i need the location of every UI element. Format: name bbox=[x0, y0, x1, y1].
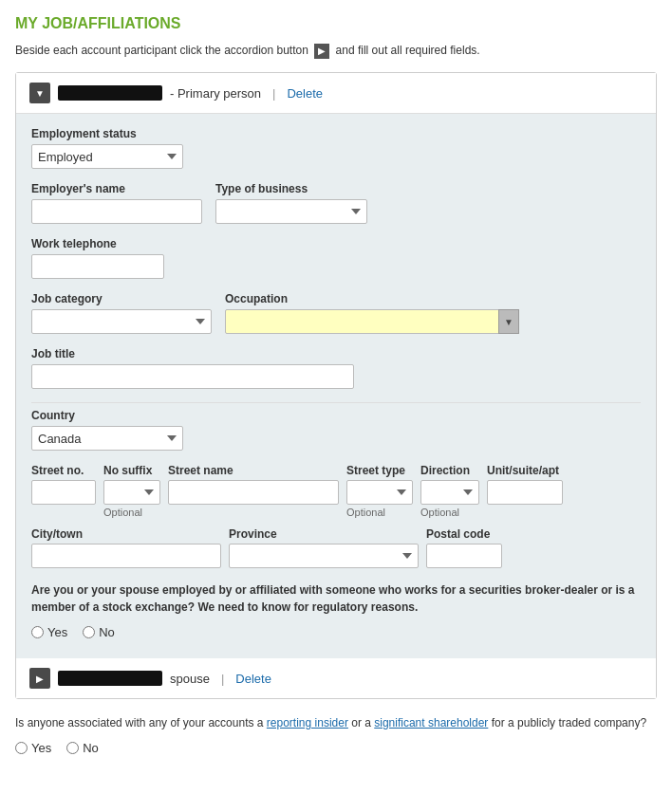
address-row-1: Street no. No suffix Optional Street nam… bbox=[31, 464, 641, 518]
street-no-col: Street no. bbox=[31, 464, 96, 505]
country-select[interactable]: Canada United States Other bbox=[31, 426, 183, 451]
bottom-question-text: Is anyone associated with any of your ac… bbox=[15, 714, 657, 731]
employer-name-label: Employer's name bbox=[31, 182, 202, 195]
employer-name-col: Employer's name bbox=[31, 182, 202, 224]
job-title-input[interactable] bbox=[31, 364, 354, 389]
unit-input[interactable] bbox=[487, 480, 563, 505]
page-title: MY JOB/AFFILIATIONS bbox=[15, 15, 657, 32]
instruction-text: Beside each account participant click th… bbox=[15, 42, 657, 59]
type-of-business-select[interactable] bbox=[215, 199, 367, 224]
no-suffix-select[interactable] bbox=[103, 480, 160, 505]
spouse-delete-link[interactable]: Delete bbox=[235, 672, 271, 686]
address-row-2: City/town Province Postal code bbox=[31, 527, 641, 568]
no-suffix-optional: Optional bbox=[103, 507, 160, 518]
work-telephone-group: Work telephone bbox=[31, 237, 641, 279]
employment-status-select[interactable]: Employed Self-employed Retired Student U… bbox=[31, 144, 183, 169]
street-type-label: Street type bbox=[346, 464, 413, 477]
postal-col: Postal code bbox=[426, 527, 502, 568]
no-suffix-col: No suffix Optional bbox=[103, 464, 160, 518]
province-label: Province bbox=[229, 527, 419, 541]
employment-status-group: Employment status Employed Self-employed… bbox=[31, 127, 641, 169]
spouse-header: ▶ spouse | Delete bbox=[16, 658, 656, 698]
province-col: Province bbox=[229, 527, 419, 568]
accordion-icon-example: ▶ bbox=[314, 44, 329, 59]
postal-input[interactable] bbox=[426, 544, 502, 568]
job-title-label: Job title bbox=[31, 347, 641, 360]
street-type-optional: Optional bbox=[346, 507, 413, 518]
work-telephone-input[interactable] bbox=[31, 254, 164, 279]
direction-col: Direction Optional bbox=[420, 464, 479, 518]
city-input[interactable] bbox=[31, 544, 221, 568]
spouse-pipe-divider: | bbox=[221, 672, 224, 686]
employer-name-input[interactable] bbox=[31, 199, 202, 224]
occupation-input[interactable] bbox=[225, 309, 519, 334]
direction-label: Direction bbox=[420, 464, 479, 477]
occupation-label: Occupation bbox=[225, 292, 519, 305]
primary-person-header: ▼ - Primary person | Delete bbox=[16, 73, 656, 114]
type-of-business-col: Type of business bbox=[215, 182, 367, 224]
primary-toggle-button[interactable]: ▼ bbox=[29, 83, 50, 103]
job-category-occupation-row: Job category Occupation ▼ bbox=[31, 292, 641, 334]
unit-label: Unit/suite/apt bbox=[487, 464, 563, 477]
bottom-no-radio[interactable] bbox=[66, 742, 79, 754]
bottom-radio-group: Yes No bbox=[15, 741, 657, 755]
type-of-business-label: Type of business bbox=[215, 182, 367, 195]
street-name-label: Street name bbox=[168, 464, 339, 477]
spouse-name-redacted bbox=[58, 671, 162, 686]
street-no-input[interactable] bbox=[31, 480, 96, 505]
regulatory-no-option[interactable]: No bbox=[83, 625, 115, 639]
primary-delete-link[interactable]: Delete bbox=[287, 86, 323, 101]
primary-person-name-redacted bbox=[58, 85, 162, 101]
unit-col: Unit/suite/apt bbox=[487, 464, 563, 505]
work-telephone-label: Work telephone bbox=[31, 237, 641, 250]
bottom-yes-option[interactable]: Yes bbox=[15, 741, 51, 755]
direction-select[interactable] bbox=[420, 480, 479, 505]
direction-optional: Optional bbox=[420, 507, 479, 518]
street-name-col: Street name bbox=[168, 464, 339, 505]
street-no-label: Street no. bbox=[31, 464, 96, 477]
employment-status-label: Employment status bbox=[31, 127, 641, 140]
bottom-no-option[interactable]: No bbox=[66, 741, 99, 755]
section-divider-1 bbox=[31, 402, 641, 403]
city-col: City/town bbox=[31, 527, 221, 568]
primary-person-label: - Primary person bbox=[170, 86, 261, 101]
reporting-insider-link[interactable]: reporting insider bbox=[267, 716, 348, 729]
city-label: City/town bbox=[31, 527, 221, 541]
country-group: Country Canada United States Other bbox=[31, 409, 641, 451]
regulatory-yes-option[interactable]: Yes bbox=[31, 625, 67, 639]
bottom-yes-label: Yes bbox=[31, 741, 51, 755]
province-select[interactable] bbox=[229, 544, 419, 568]
bottom-no-label: No bbox=[83, 741, 99, 755]
postal-label: Postal code bbox=[426, 527, 502, 541]
regulatory-no-radio[interactable] bbox=[83, 626, 95, 638]
country-label: Country bbox=[31, 409, 641, 422]
job-category-col: Job category bbox=[31, 292, 212, 334]
spouse-toggle-button[interactable]: ▶ bbox=[29, 668, 50, 689]
bottom-yes-radio[interactable] bbox=[15, 742, 28, 754]
regulatory-radio-group: Yes No bbox=[31, 625, 641, 639]
primary-form-section: Employment status Employed Self-employed… bbox=[16, 114, 656, 658]
significant-shareholder-link[interactable]: significant shareholder bbox=[374, 716, 488, 729]
pipe-divider: | bbox=[272, 86, 275, 101]
street-type-col: Street type Optional bbox=[346, 464, 413, 518]
job-category-label: Job category bbox=[31, 292, 212, 305]
spouse-label: spouse bbox=[170, 672, 210, 686]
job-category-select[interactable] bbox=[31, 309, 212, 334]
street-type-select[interactable] bbox=[346, 480, 413, 505]
employer-business-row: Employer's name Type of business bbox=[31, 182, 641, 224]
main-card: ▼ - Primary person | Delete Employment s… bbox=[15, 72, 657, 699]
regulatory-yes-label: Yes bbox=[47, 625, 67, 639]
occupation-col: Occupation ▼ bbox=[225, 292, 519, 334]
regulatory-question: Are you or your spouse employed by or af… bbox=[31, 581, 641, 616]
occupation-dropdown-button[interactable]: ▼ bbox=[498, 309, 519, 334]
regulatory-no-label: No bbox=[99, 625, 115, 639]
street-name-input[interactable] bbox=[168, 480, 339, 505]
regulatory-yes-radio[interactable] bbox=[31, 626, 44, 638]
job-title-group: Job title bbox=[31, 347, 641, 389]
occupation-wrapper: ▼ bbox=[225, 309, 519, 334]
no-suffix-label: No suffix bbox=[103, 464, 160, 477]
